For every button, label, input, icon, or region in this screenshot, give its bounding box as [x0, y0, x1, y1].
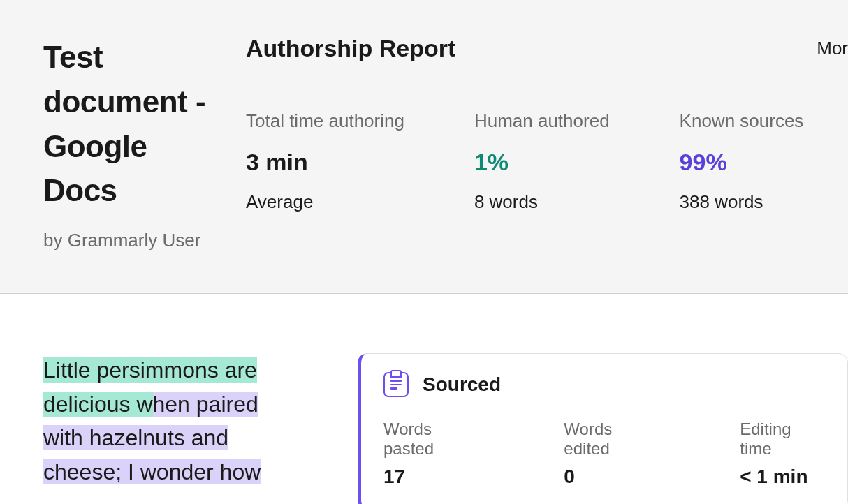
- stat-label: Words edited: [564, 420, 659, 459]
- document-author: by Grammarly User: [43, 230, 211, 251]
- stat-label: Total time authoring: [246, 110, 404, 132]
- stat-editing-time: Editing time < 1 min: [740, 420, 825, 488]
- stat-words-pasted: Words pasted 17: [383, 420, 483, 488]
- report-stats-row: Total time authoring 3 min Average Human…: [246, 110, 848, 213]
- stat-value: 17: [383, 466, 483, 488]
- report-header-row: Authorship Report Mor: [246, 35, 848, 82]
- stat-sub: Average: [246, 191, 404, 213]
- stat-value: < 1 min: [740, 466, 825, 488]
- report-title: Authorship Report: [246, 35, 455, 62]
- stat-sub: 388 words: [680, 191, 804, 213]
- sourced-stats-row: Words pasted 17 Words edited 0 Editing t…: [383, 420, 825, 488]
- sourced-card[interactable]: Sourced Words pasted 17 Words edited 0 E…: [358, 353, 848, 504]
- clipboard-icon: [383, 372, 409, 397]
- document-header: Test document - Google Docs by Grammarly…: [43, 35, 211, 251]
- stat-value: 0: [564, 466, 659, 488]
- report-header-section: Test document - Google Docs by Grammarly…: [0, 0, 848, 294]
- sourced-card-header: Sourced: [383, 372, 825, 397]
- authorship-report-section: Authorship Report Mor Total time authori…: [246, 35, 848, 251]
- stat-label: Words pasted: [383, 420, 483, 459]
- stat-sub: 8 words: [474, 191, 610, 213]
- stat-label: Known sources: [680, 110, 804, 132]
- stat-words-edited: Words edited 0: [564, 420, 659, 488]
- stat-known-sources: Known sources 99% 388 words: [680, 110, 804, 213]
- stat-value: 99%: [680, 149, 804, 176]
- more-link[interactable]: Mor: [817, 38, 848, 59]
- stat-label: Human authored: [474, 110, 610, 132]
- stat-total-time: Total time authoring 3 min Average: [246, 110, 404, 213]
- stat-human-authored: Human authored 1% 8 words: [474, 110, 610, 213]
- document-excerpt[interactable]: Little persimmons are delicious when pai…: [43, 353, 288, 504]
- sourced-card-title: Sourced: [423, 373, 501, 396]
- stat-value: 1%: [474, 149, 610, 176]
- stat-label: Editing time: [740, 420, 825, 459]
- content-section: Little persimmons are delicious when pai…: [0, 294, 848, 504]
- document-title: Test document - Google Docs: [43, 35, 211, 213]
- stat-value: 3 min: [246, 149, 404, 176]
